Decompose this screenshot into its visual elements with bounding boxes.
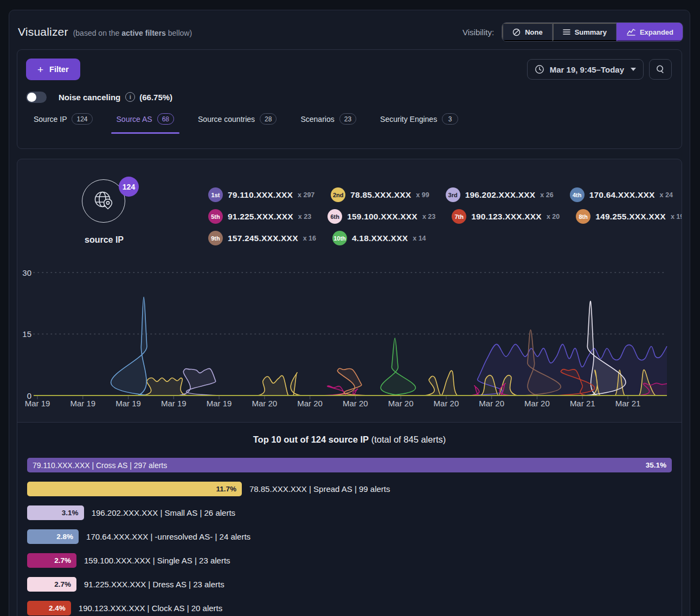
tab-source-ip[interactable]: Source IP124 bbox=[34, 113, 93, 134]
entity-label: source IP bbox=[17, 235, 191, 245]
percentage-bar: 3.1% bbox=[27, 505, 84, 520]
noise-canceling-toggle[interactable] bbox=[26, 92, 47, 103]
svg-text:Mar 19: Mar 19 bbox=[70, 399, 95, 408]
rank-badge: 9th bbox=[208, 231, 223, 245]
top10-bars: 79.110.XXX.XXX | Cross AS | 297 alerts35… bbox=[17, 445, 682, 616]
tab-source-countries[interactable]: Source countries28 bbox=[198, 113, 277, 134]
legend-item-4th[interactable]: 4th170.64.XXX.XXXx 24 bbox=[570, 187, 673, 202]
bar-percentage: 2.8% bbox=[56, 533, 73, 541]
percentage-bar: 2.7% bbox=[27, 577, 76, 592]
bar-outside-label: 196.202.XXX.XXX | Small AS | 26 alerts bbox=[92, 508, 235, 517]
noise-canceling-value: (66.75%) bbox=[139, 93, 172, 102]
bar-percentage: 2.4% bbox=[49, 604, 66, 612]
legend-row: 9th157.245.XXX.XXXx 1610th4.18.XXX.XXXx … bbox=[208, 231, 682, 245]
percentage-bar: 2.7% bbox=[27, 553, 76, 568]
filter-button-label: Filter bbox=[49, 65, 68, 74]
tab-label: Source AS bbox=[117, 115, 152, 124]
bar-outside-label: 190.123.XXX.XXX | Clock AS | 20 alerts bbox=[79, 604, 222, 613]
svg-text:Mar 21: Mar 21 bbox=[615, 399, 641, 408]
top10-section: Top 10 out of 124 source IP (total of 84… bbox=[17, 422, 682, 616]
bar-outside-label: 159.100.XXX.XXX | Single AS | 23 alerts bbox=[84, 556, 230, 565]
legend-item-10th[interactable]: 10th4.18.XXX.XXXx 14 bbox=[332, 231, 426, 245]
svg-text:15: 15 bbox=[22, 329, 31, 339]
visibility-option-expanded[interactable]: Expanded bbox=[616, 23, 683, 41]
legend-item-1st[interactable]: 1st79.110.XXX.XXXx 297 bbox=[208, 187, 314, 202]
tab-count-badge: 28 bbox=[260, 113, 277, 125]
svg-text:Mar 20: Mar 20 bbox=[252, 399, 278, 408]
source-ip-value: 190.123.XXX.XXX bbox=[471, 212, 542, 222]
top10-bar-row[interactable]: 79.110.XXX.XXX | Cross AS | 297 alerts35… bbox=[27, 458, 672, 472]
top10-bar-row[interactable]: 3.1%196.202.XXX.XXX | Small AS | 26 aler… bbox=[27, 505, 672, 520]
svg-text:Mar 20: Mar 20 bbox=[297, 399, 323, 408]
visibility-option-none[interactable]: None bbox=[502, 23, 553, 41]
svg-text:Mar 21: Mar 21 bbox=[570, 399, 595, 408]
svg-text:Mar 19: Mar 19 bbox=[115, 399, 141, 408]
date-range-value: Mar 19, 9:45–Today bbox=[550, 65, 624, 74]
bar-percentage: 2.7% bbox=[54, 556, 71, 565]
page-title: Visualizer bbox=[18, 25, 68, 38]
source-ip-value: 78.85.XXX.XXX bbox=[350, 190, 411, 200]
tab-source-as[interactable]: Source AS68 bbox=[117, 113, 175, 134]
alert-count: x 23 bbox=[298, 213, 311, 221]
tab-label: Source IP bbox=[34, 115, 67, 124]
clock-icon bbox=[535, 64, 544, 74]
list-icon bbox=[563, 29, 570, 35]
bar-inside-label: 79.110.XXX.XXX | Cross AS | 297 alerts bbox=[33, 461, 167, 470]
legend-item-2nd[interactable]: 2nd78.85.XXX.XXXx 99 bbox=[331, 187, 429, 202]
top10-bar-row[interactable]: 11.7%78.85.XXX.XXX | Spread AS | 99 aler… bbox=[27, 482, 672, 496]
noise-canceling-label: Noise canceling bbox=[59, 93, 120, 102]
legend-item-5th[interactable]: 5th91.225.XXX.XXXx 23 bbox=[208, 209, 311, 224]
legend-item-3rd[interactable]: 3rd196.202.XXX.XXXx 26 bbox=[446, 187, 554, 202]
top10-bar-row[interactable]: 2.4%190.123.XXX.XXX | Clock AS | 20 aler… bbox=[27, 601, 672, 615]
tab-scenarios[interactable]: Scenarios23 bbox=[300, 113, 356, 134]
legend-item-7th[interactable]: 7th190.123.XXX.XXXx 20 bbox=[452, 209, 560, 224]
bar-outside-label: 78.85.XXX.XXX | Spread AS | 99 alerts bbox=[249, 484, 390, 494]
alert-count: x 24 bbox=[660, 191, 673, 199]
search-button[interactable] bbox=[649, 59, 672, 80]
alert-count: x 20 bbox=[547, 213, 560, 221]
rank-badge: 5th bbox=[208, 209, 223, 224]
legend-item-8th[interactable]: 8th149.255.XXX.XXXx 19 bbox=[576, 209, 682, 224]
toggle-knob bbox=[27, 93, 36, 102]
tab-label: Security Engines bbox=[380, 115, 437, 124]
chart-line-icon bbox=[627, 28, 635, 36]
svg-text:30: 30 bbox=[22, 268, 31, 277]
bar-percentage: 11.7% bbox=[216, 485, 236, 493]
alerts-timeline-chart: 30150Mar 19Mar 19Mar 19Mar 19Mar 19Mar 2… bbox=[17, 263, 682, 422]
globe-pin-icon bbox=[90, 187, 117, 215]
tab-security-engines[interactable]: Security Engines3 bbox=[380, 113, 458, 134]
svg-text:Mar 20: Mar 20 bbox=[434, 399, 459, 408]
visibility-option-label: Expanded bbox=[640, 28, 673, 36]
top-sources-legend: 1st79.110.XXX.XXXx 2972nd78.85.XXX.XXXx … bbox=[208, 187, 682, 263]
rank-badge: 4th bbox=[570, 187, 585, 202]
add-filter-button[interactable]: + Filter bbox=[26, 59, 80, 80]
info-icon[interactable]: i bbox=[125, 92, 135, 102]
visualizer-panel: Visualizer (based on the active filters … bbox=[9, 10, 690, 616]
visibility-option-label: Summary bbox=[575, 28, 607, 36]
noise-canceling-row: Noise canceling i (66.75%) bbox=[26, 90, 673, 103]
visibility-control: Visibility: NoneSummaryExpanded bbox=[463, 22, 683, 42]
page-subtitle: (based on the active filters bellow) bbox=[73, 29, 192, 37]
rank-badge: 2nd bbox=[331, 187, 345, 202]
legend-item-9th[interactable]: 9th157.245.XXX.XXXx 16 bbox=[208, 231, 316, 245]
source-ip-value: 196.202.XXX.XXX bbox=[465, 190, 536, 200]
svg-text:Mar 19: Mar 19 bbox=[25, 399, 50, 408]
tab-count-badge: 23 bbox=[339, 113, 356, 125]
top10-bar-row[interactable]: 2.7%159.100.XXX.XXX | Single AS | 23 ale… bbox=[27, 553, 672, 568]
bar-outside-label: 91.225.XXX.XXX | Dress AS | 23 alerts bbox=[84, 580, 224, 589]
top10-bar-row[interactable]: 2.8%170.64.XXX.XXX | -unresolved AS- | 2… bbox=[27, 529, 672, 544]
source-ip-value: 79.110.XXX.XXX bbox=[228, 190, 293, 200]
entity-count-badge: 124 bbox=[119, 177, 139, 197]
top10-bar-row[interactable]: 2.7%91.225.XXX.XXX | Dress AS | 23 alert… bbox=[27, 577, 672, 592]
bar-percentage: 2.7% bbox=[54, 580, 71, 588]
svg-text:Mar 20: Mar 20 bbox=[524, 399, 550, 408]
legend-row: 5th91.225.XXX.XXXx 236th159.100.XXX.XXXx… bbox=[208, 209, 682, 224]
date-range-picker[interactable]: Mar 19, 9:45–Today bbox=[527, 59, 644, 80]
legend-item-6th[interactable]: 6th159.100.XXX.XXXx 23 bbox=[327, 209, 435, 224]
plus-icon: + bbox=[37, 64, 43, 75]
alert-count: x 16 bbox=[303, 235, 316, 242]
alert-count: x 14 bbox=[413, 235, 426, 242]
visibility-option-summary[interactable]: Summary bbox=[553, 23, 616, 41]
rank-badge: 1st bbox=[208, 187, 223, 202]
chart-panel: 124 source IP 1st79.110.XXX.XXXx 2972nd7… bbox=[17, 159, 682, 616]
